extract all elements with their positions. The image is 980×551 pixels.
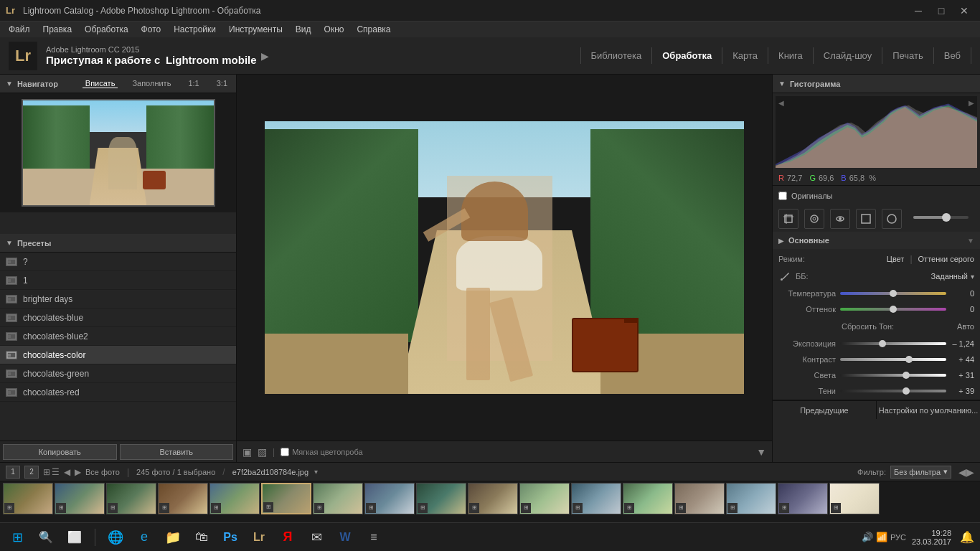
mode-color-value[interactable]: Цвет xyxy=(887,255,905,263)
expand-toolbar-icon[interactable]: ▼ xyxy=(756,446,766,458)
film-thumb-8[interactable]: ⊞ xyxy=(364,483,415,514)
menu-file[interactable]: Файл xyxy=(3,23,36,36)
module-map[interactable]: Карта xyxy=(722,47,768,64)
module-library[interactable]: Библиотека xyxy=(580,47,653,64)
film-thumb-14[interactable]: ⊞ xyxy=(674,483,725,514)
taskbar-yandex[interactable]: Я xyxy=(276,526,299,549)
basic-section-header[interactable]: ▶ Основные ▼ xyxy=(773,232,980,249)
bb-dropdown-arrow[interactable]: ▾ xyxy=(971,273,974,281)
film-thumb-2[interactable]: ⊞ xyxy=(55,483,105,514)
film-thumb-1[interactable]: ⊞ xyxy=(3,483,53,514)
taskbar-start[interactable]: ⊞ xyxy=(6,526,29,549)
softproof-check-input[interactable] xyxy=(281,448,289,456)
taskbar-misc[interactable]: ≡ xyxy=(362,526,385,549)
view-compare-icon[interactable]: ▨ xyxy=(258,446,267,458)
film-thumb-3[interactable]: ⊞ xyxy=(106,483,156,514)
graduated-filter-tool[interactable] xyxy=(856,209,876,229)
nav-3to1-btn[interactable]: 3:1 xyxy=(214,79,230,88)
tray-network-icon[interactable]: 🔊 xyxy=(862,532,873,542)
preset-item-chocolates-red[interactable]: chocolates-red xyxy=(0,383,236,402)
shadows-thumb[interactable] xyxy=(903,387,910,395)
preset-item-chocolates-color[interactable]: chocolates-color xyxy=(0,346,236,364)
tray-lang[interactable]: РУС xyxy=(890,533,906,542)
film-thumb-16[interactable]: ⊞ xyxy=(778,483,828,514)
maximize-button[interactable]: □ xyxy=(931,4,951,18)
temperature-thumb[interactable] xyxy=(890,290,897,297)
copy-button[interactable]: Копировать xyxy=(3,444,117,460)
shadows-slider[interactable] xyxy=(840,390,946,392)
taskbar-photoshop[interactable]: Ps xyxy=(219,526,242,549)
preset-item-chocolates-blue2[interactable]: chocolates-blue2 xyxy=(0,327,236,346)
eyedropper-icon[interactable] xyxy=(778,270,791,283)
histogram-right-arrow[interactable]: ▶ xyxy=(969,99,974,107)
tray-volume-icon[interactable]: 📶 xyxy=(876,532,887,542)
mode-grayscale-value[interactable]: Оттенки серого xyxy=(918,255,974,263)
module-slideshow[interactable]: Слайд-шоу xyxy=(814,47,882,64)
taskbar-chrome[interactable]: 🌐 xyxy=(104,526,127,549)
crop-tool[interactable] xyxy=(778,209,798,229)
film-thumb-11[interactable]: ⊞ xyxy=(519,483,570,514)
navigator-preview[interactable] xyxy=(0,93,236,212)
filmstrip-nav-prev[interactable]: ◀ xyxy=(64,467,70,477)
contrast-slider[interactable] xyxy=(840,358,946,361)
nav-1to1-btn[interactable]: 1:1 xyxy=(185,79,202,88)
menu-window[interactable]: Окно xyxy=(319,23,350,36)
menu-tools[interactable]: Инструменты xyxy=(223,23,288,36)
menu-settings[interactable]: Настройки xyxy=(168,23,222,36)
filename-dropdown-icon[interactable]: ▾ xyxy=(314,468,318,476)
notification-icon[interactable]: 🔔 xyxy=(960,530,974,544)
filmstrip-list-icon[interactable]: ☰ xyxy=(52,467,60,477)
menu-photo[interactable]: Фото xyxy=(136,23,167,36)
taskbar-email[interactable]: ✉ xyxy=(305,526,328,549)
preset-item-1[interactable]: 1 xyxy=(0,271,236,290)
navigator-header[interactable]: ▼ Навигатор Вписать Заполнить 1:1 3:1 xyxy=(0,75,236,93)
filmstrip-page-2[interactable]: 2 xyxy=(24,466,39,479)
film-thumb-10[interactable]: ⊞ xyxy=(468,483,518,514)
highlights-thumb[interactable] xyxy=(903,372,910,379)
redeye-tool[interactable] xyxy=(830,209,850,229)
film-thumb-13[interactable]: ⊞ xyxy=(623,483,673,514)
taskbar-search[interactable]: 🔍 xyxy=(34,526,57,549)
filmstrip-nav-next[interactable]: ▶ xyxy=(75,467,81,477)
film-thumb-15[interactable]: ⊞ xyxy=(726,483,776,514)
highlights-slider[interactable] xyxy=(840,374,946,377)
paste-button[interactable]: Вставить xyxy=(120,444,234,460)
tone-reset-auto-btn[interactable]: Авто xyxy=(957,322,974,331)
temperature-slider[interactable] xyxy=(840,292,946,295)
histogram-header[interactable]: ▼ Гистограмма xyxy=(773,75,980,93)
minimize-button[interactable]: ─ xyxy=(908,4,928,18)
originals-checkbox[interactable] xyxy=(778,192,787,200)
taskbar-explorer[interactable]: 📁 xyxy=(161,526,184,549)
menu-view[interactable]: Вид xyxy=(290,23,317,36)
menu-develop[interactable]: Обработка xyxy=(79,23,134,36)
nav-fit-btn[interactable]: Вписать xyxy=(83,79,118,88)
film-thumb-5[interactable]: ⊞ xyxy=(209,483,260,514)
nav-fill-btn[interactable]: Заполнить xyxy=(129,79,174,88)
preset-item-chocolates-blue[interactable]: chocolates-blue xyxy=(0,309,236,327)
tint-thumb[interactable] xyxy=(890,306,897,313)
preset-item-brighter-days[interactable]: brighter days xyxy=(0,290,236,309)
film-thumb-17[interactable]: ⊞ xyxy=(829,483,880,514)
film-thumb-9[interactable]: ⊞ xyxy=(416,483,466,514)
film-thumb-6[interactable]: ⊞ xyxy=(261,483,311,514)
module-web[interactable]: Веб xyxy=(934,47,971,64)
previous-button[interactable]: Предыдущие xyxy=(773,401,877,419)
contrast-thumb[interactable] xyxy=(905,356,913,363)
taskbar-word[interactable]: W xyxy=(334,526,357,549)
taskbar-clock[interactable]: 19:28 23.03.2017 xyxy=(912,529,951,546)
view-loupe-icon[interactable]: ▣ xyxy=(242,446,252,458)
master-slider-track[interactable] xyxy=(913,216,969,219)
spot-removal-tool[interactable] xyxy=(804,209,824,229)
preset-item-question[interactable]: ? xyxy=(0,253,236,271)
exposure-thumb[interactable] xyxy=(879,340,886,347)
module-develop[interactable]: Обработка xyxy=(652,47,722,64)
filmstrip-page-1[interactable]: 1 xyxy=(6,466,20,479)
tint-slider[interactable] xyxy=(840,308,946,311)
film-thumb-4[interactable]: ⊞ xyxy=(158,483,208,514)
filter-dropdown[interactable]: Без фильтра ▾ xyxy=(890,466,951,479)
film-thumb-7[interactable]: ⊞ xyxy=(313,483,363,514)
master-slider-thumb[interactable] xyxy=(942,213,951,222)
taskbar-taskview[interactable]: ⬜ xyxy=(63,526,86,549)
module-print[interactable]: Печать xyxy=(882,47,934,64)
menu-help[interactable]: Справка xyxy=(351,23,396,36)
